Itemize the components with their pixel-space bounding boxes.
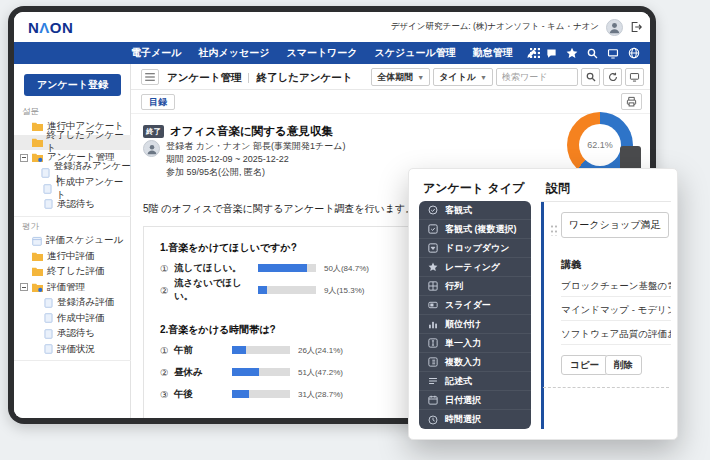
lecture-item[interactable]: ソフトウェア品質の評価およびサー	[561, 322, 671, 345]
nav-item-messages[interactable]: 社内メッセージ	[198, 46, 269, 60]
refresh-icon[interactable]	[603, 68, 622, 86]
answer-value: 9人(15.3%)	[324, 285, 364, 296]
type-item[interactable]: 日付選択	[419, 391, 531, 410]
folder-icon	[32, 122, 43, 131]
answer-row: ② 流さないでほしい。 9人(15.3%)	[160, 283, 364, 297]
sidebar-item[interactable]: 登録済み評価	[14, 295, 131, 310]
nav-item-attendance[interactable]: 勤怠管理	[473, 46, 513, 60]
type-item[interactable]: レーティング	[419, 258, 531, 277]
list-view-icon[interactable]	[625, 68, 644, 86]
answer-value: 26人(24.1%)	[298, 345, 343, 356]
sidebar-item[interactable]: 承認待ち	[14, 326, 131, 341]
doc-icon	[44, 344, 53, 354]
doc-icon	[44, 199, 53, 209]
hamburger-icon[interactable]	[141, 69, 159, 85]
type-item[interactable]: 時間選択	[419, 410, 531, 429]
type-label: 行列	[445, 280, 463, 293]
drag-handle-icon[interactable]	[550, 224, 557, 236]
calendar-icon	[32, 236, 42, 246]
type-item[interactable]: 順位付け	[419, 315, 531, 334]
chat-icon[interactable]	[546, 48, 557, 59]
app-header: NΛON デザイン研究チーム: (株)ナオンソフト - キム・ナオン	[14, 12, 650, 42]
sidebar-item[interactable]: 作成中アンケート	[14, 181, 131, 196]
type-item[interactable]: 記述式	[419, 372, 531, 391]
option-number: ③	[160, 389, 174, 400]
answer-value: 50人(84.7%)	[324, 263, 369, 274]
print-icon[interactable]	[621, 93, 642, 110]
catalog-button[interactable]: 目録	[141, 94, 175, 110]
survey-type-header: アンケート タイプ	[423, 180, 524, 197]
type-label: 客観式 (複数選択)	[445, 223, 517, 236]
type-item[interactable]: 客観式 (複数選択)	[419, 220, 531, 239]
question-editor: 講義 ブロックチェーン基盤の電子文書管 マインドマップ - モデリングを始める …	[541, 201, 671, 429]
avatar[interactable]	[606, 19, 623, 36]
answer-value: 51人(47.2%)	[298, 367, 343, 378]
monitor-icon[interactable]	[607, 48, 619, 59]
sidebar-item[interactable]: 作成中評価	[14, 311, 131, 326]
doc-icon	[44, 298, 53, 308]
type-label: 複数入力	[445, 356, 481, 369]
sidebar-item[interactable]: 評価状況	[14, 342, 131, 357]
period-filter-select[interactable]: 全体期間▼	[371, 68, 430, 86]
sidebar-item[interactable]: 終了した評価	[14, 264, 131, 279]
lecture-item[interactable]: ブロックチェーン基盤の電子文書管	[561, 274, 671, 297]
type-label: 客観式	[445, 204, 472, 217]
sidebar-item[interactable]: 評価スケジュール	[14, 233, 131, 248]
folder-icon	[32, 138, 43, 147]
register-survey-button[interactable]: アンケート登録	[24, 74, 121, 96]
collapse-icon[interactable]	[20, 154, 28, 162]
sidebar-item-label: 作成中評価	[57, 312, 105, 325]
type-label: 順位付け	[445, 318, 481, 331]
sidebar-item[interactable]: 承認待ち	[14, 197, 131, 212]
question-title: 2.音楽をかける時間帯は?	[160, 323, 276, 337]
type-item[interactable]: スライダー	[419, 296, 531, 315]
delete-button[interactable]: 削除	[605, 355, 642, 375]
dotted-divider	[543, 387, 669, 388]
field-filter-select[interactable]: タイトル▼	[433, 68, 493, 86]
globe-icon[interactable]	[628, 47, 640, 59]
type-item[interactable]: 複数入力	[419, 353, 531, 372]
search-icon[interactable]	[587, 48, 598, 59]
nav-item-schedule[interactable]: スケジュール管理	[375, 46, 456, 60]
type-label: 記述式	[445, 375, 472, 388]
star-icon[interactable]	[566, 47, 578, 59]
nav-item-mail[interactable]: 電子メール	[131, 46, 181, 60]
nav-item-smartwork[interactable]: スマートワーク	[286, 46, 357, 60]
type-label: 時間選択	[445, 413, 481, 426]
copy-button[interactable]: コピー	[561, 355, 608, 375]
search-icon[interactable]	[581, 68, 600, 86]
checkbox-icon	[428, 224, 438, 234]
type-item[interactable]: 客観式	[419, 201, 531, 220]
sidebar-item[interactable]: 評価管理	[14, 280, 131, 295]
field-label: 講義	[561, 258, 581, 272]
lecture-item[interactable]: マインドマップ - モデリングを始める	[561, 298, 671, 321]
sidebar-item-label: 承認待ち	[57, 198, 95, 211]
bar-fill	[258, 286, 267, 294]
breadcrumb-parent[interactable]: アンケート管理	[167, 71, 241, 85]
sidebar-divider	[14, 216, 131, 217]
screenshot-stage: NΛON デザイン研究チーム: (株)ナオンソフト - キム・ナオン 電子メール…	[0, 0, 710, 460]
edit-icon[interactable]	[526, 48, 537, 59]
participation-info: 参加 59/95名(公開, 匿名)	[166, 166, 265, 179]
question-title-input[interactable]	[561, 212, 669, 238]
collapse-icon[interactable]	[20, 283, 28, 291]
answer-row: ① 流してほしい。 50人(84.7%)	[160, 261, 369, 275]
type-item[interactable]: 単一入力	[419, 334, 531, 353]
search-input[interactable]	[496, 68, 578, 86]
logout-icon[interactable]	[630, 21, 642, 33]
type-label: レーティング	[445, 261, 500, 274]
folder-gear-icon	[32, 153, 43, 162]
naon-logo: NΛON	[28, 19, 73, 36]
sidebar-item-selected[interactable]: 終了したアンケート	[14, 135, 131, 150]
type-item[interactable]: 行列	[419, 277, 531, 296]
option-label: 午前	[174, 344, 232, 357]
type-label: 日付選択	[445, 394, 481, 407]
folder-gear-icon	[32, 283, 43, 292]
slider-icon	[428, 300, 438, 310]
star-icon	[428, 262, 438, 272]
type-item[interactable]: ドロップダウン	[419, 239, 531, 258]
sidebar-item[interactable]: 進行中評価	[14, 249, 131, 264]
sidebar-item-label: 終了した評価	[47, 265, 104, 278]
question-header: 設問	[546, 180, 570, 197]
bar-track	[258, 264, 316, 272]
